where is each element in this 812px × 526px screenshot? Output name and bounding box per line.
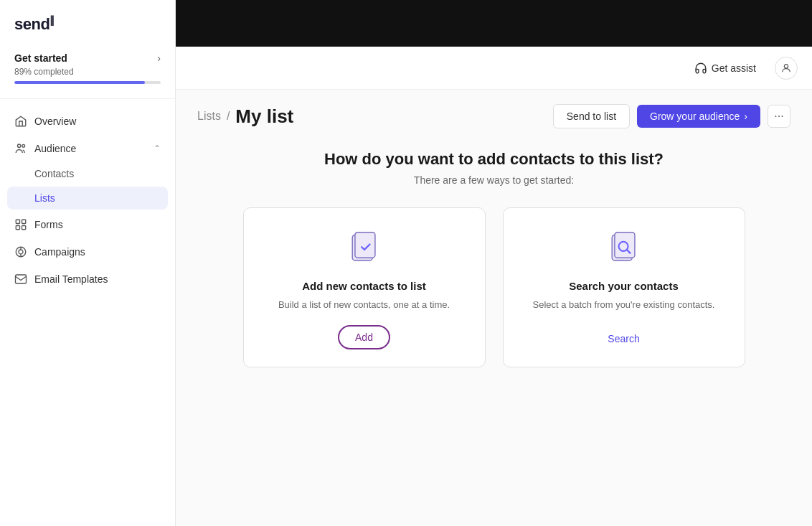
page-header-actions: Send to list Grow your audience › ···: [553, 104, 790, 128]
app-logo: send‖: [0, 0, 175, 45]
svg-rect-5: [22, 226, 26, 230]
audience-icon: [14, 142, 27, 155]
campaigns-label: Campaigns: [34, 246, 161, 258]
more-icon: ···: [774, 110, 783, 123]
top-bar: [176, 0, 812, 47]
get-started-title: Get started: [14, 52, 67, 64]
campaigns-icon: [14, 245, 27, 258]
search-contacts-desc: Select a batch from you're existing cont…: [533, 298, 715, 315]
get-started-chevron-icon[interactable]: ›: [157, 52, 161, 64]
sidebar-item-contacts[interactable]: Contacts: [0, 162, 175, 185]
sidebar-nav: Overview Audience ⌃ Contacts Lists: [0, 102, 175, 526]
sidebar-item-campaigns[interactable]: Campaigns: [0, 238, 175, 266]
add-contacts-desc: Build a list of new contacts, one at a t…: [278, 298, 450, 312]
svg-point-11: [784, 64, 788, 67]
contacts-label: Contacts: [34, 168, 74, 179]
sidebar-item-lists[interactable]: Lists: [7, 187, 168, 210]
forms-label: Forms: [34, 219, 161, 230]
breadcrumb: Lists / My list: [197, 105, 293, 128]
audience-chevron-icon: ⌃: [154, 144, 161, 154]
add-contacts-card[interactable]: Add new contacts to list Build a list of…: [243, 207, 486, 367]
option-cards-row: Add new contacts to list Build a list of…: [243, 207, 745, 367]
user-icon: [780, 62, 792, 74]
forms-icon: [14, 218, 27, 231]
get-assist-button[interactable]: Get assist: [687, 57, 763, 79]
lists-label: Lists: [34, 192, 55, 204]
email-icon: [14, 273, 27, 286]
grow-audience-chevron-icon: ›: [744, 111, 747, 122]
svg-point-1: [22, 145, 25, 148]
search-contacts-title: Search your contacts: [569, 280, 679, 292]
sidebar-divider: [0, 98, 175, 99]
page-subtitle: There are a few ways to get started:: [197, 174, 790, 186]
email-templates-label: Email Templates: [34, 273, 161, 285]
breadcrumb-parent[interactable]: Lists: [197, 110, 221, 123]
search-contacts-icon: [604, 230, 644, 270]
main-content: Get assist Lists / My list Send to list …: [176, 0, 812, 526]
more-options-button[interactable]: ···: [768, 105, 790, 128]
page-header: Lists / My list Send to list Grow your a…: [176, 90, 812, 143]
headset-icon: [694, 62, 707, 75]
svg-rect-2: [16, 220, 19, 224]
sidebar-item-overview[interactable]: Overview: [0, 108, 175, 135]
get-started-section: Get started › 89% completed: [0, 45, 175, 95]
progress-fill: [14, 81, 145, 84]
home-icon: [14, 115, 27, 128]
grow-audience-label: Grow your audience: [650, 111, 740, 122]
audience-label: Audience: [34, 143, 146, 154]
add-contacts-icon: [344, 230, 384, 270]
progress-bar: [14, 81, 161, 84]
breadcrumb-separator: /: [227, 110, 230, 123]
send-to-list-button[interactable]: Send to list: [553, 104, 630, 128]
add-contacts-button[interactable]: Add: [338, 325, 390, 349]
svg-point-7: [19, 250, 23, 254]
search-contacts-button[interactable]: Search: [592, 328, 655, 349]
page-title: How do you want to add contacts to this …: [197, 150, 790, 169]
page-content: Lists / My list Send to list Grow your a…: [176, 90, 812, 526]
header-bar: Get assist: [176, 47, 812, 90]
get-assist-label: Get assist: [712, 62, 756, 74]
svg-rect-3: [22, 220, 26, 224]
svg-rect-10: [16, 275, 27, 283]
sidebar-item-audience[interactable]: Audience ⌃: [0, 135, 175, 162]
sidebar-item-forms[interactable]: Forms: [0, 211, 175, 238]
sidebar: send‖ Get started › 89% completed Overvi…: [0, 0, 176, 526]
add-contacts-title: Add new contacts to list: [302, 280, 426, 292]
progress-label: 89% completed: [14, 67, 161, 77]
search-contacts-card[interactable]: Search your contacts Select a batch from…: [503, 207, 745, 367]
breadcrumb-current: My list: [235, 105, 293, 128]
grow-audience-button[interactable]: Grow your audience ›: [637, 105, 760, 128]
user-avatar-button[interactable]: [775, 57, 798, 80]
logo-text: send: [14, 15, 49, 33]
svg-point-0: [18, 144, 22, 148]
center-section: How do you want to add contacts to this …: [176, 143, 812, 389]
sidebar-item-email-templates[interactable]: Email Templates: [0, 266, 175, 293]
overview-label: Overview: [34, 116, 161, 127]
svg-rect-13: [354, 233, 374, 258]
svg-rect-15: [614, 233, 634, 258]
svg-rect-4: [16, 226, 19, 230]
